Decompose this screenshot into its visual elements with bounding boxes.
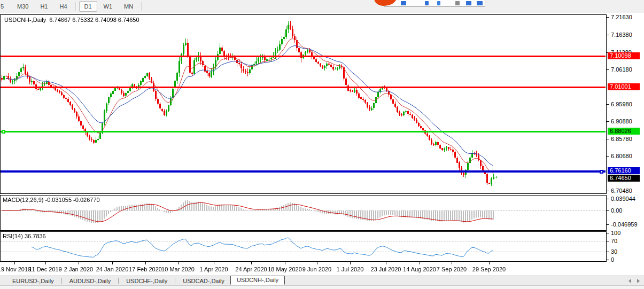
blue-app-icon[interactable]: [401, 1, 406, 5]
price-tick-mark: [607, 35, 609, 35]
rsi-indicator-title: RSI(14) 36.7836: [3, 233, 46, 239]
macd-tick-mark: [607, 224, 609, 225]
rsi-tick-label: 70: [611, 238, 617, 244]
blue-pin-icon[interactable]: [437, 1, 440, 5]
chart-area: USDCNH-,Daily 6.74667 6.75332 6.74098 6.…: [0, 13, 644, 276]
chart-ohlc-values: 6.74667 6.75332 6.74098 6.74650: [49, 17, 139, 23]
cropped-overlay-window: [374, 0, 486, 6]
timeframe-button-m15-cropped[interactable]: 5: [0, 1, 11, 12]
price-tag-6.76160: 6.76160: [608, 167, 640, 174]
macd-values: -0.031055 -0.026770: [45, 197, 99, 203]
price-tick-mark: [607, 191, 609, 191]
price-tick-mark: [607, 156, 609, 157]
price-tick-label: 7.16380: [611, 32, 632, 38]
tab-scroll-right-icon[interactable]: [637, 279, 640, 283]
status-bar: [0, 285, 644, 289]
blue-grid-icon[interactable]: [466, 1, 471, 5]
timeframe-button-mn[interactable]: MN: [119, 1, 138, 12]
rsi-tick-label: 0: [611, 256, 614, 263]
blue-doc-icon[interactable]: [425, 1, 429, 5]
rsi-tick-mark: [607, 252, 609, 252]
rsi-tick-mark: [607, 241, 609, 241]
price-tick-mark: [607, 139, 609, 139]
price-tick-label: 6.70480: [611, 188, 632, 194]
blue-chart-icon[interactable]: [477, 1, 483, 5]
timeframe-button-h4[interactable]: H4: [54, 1, 72, 12]
macd-indicator-title: MACD(12,26,9) -0.031055 -0.026770: [3, 197, 100, 203]
price-tag-7.01001: 7.01001: [608, 83, 640, 90]
tab-separator: [61, 278, 62, 284]
toolbar-separator: [75, 2, 76, 11]
rsi-label: RSI(14): [3, 233, 23, 239]
timeframe-button-w1[interactable]: W1: [98, 1, 118, 12]
price-axis[interactable]: 7.216307.163807.112807.061806.959806.908…: [607, 13, 644, 276]
price-tick-label: 7.06180: [611, 66, 632, 73]
price-tick-mark: [607, 17, 609, 18]
tab-scroll-left-icon[interactable]: [629, 279, 631, 283]
macd-tick-label: -0.046959: [611, 221, 638, 228]
rsi-tick-mark: [607, 260, 609, 260]
price-chart-canvas[interactable]: [0, 13, 607, 276]
rsi-tick-label: 30: [611, 248, 617, 255]
rsi-tick-mark: [607, 233, 609, 233]
macd-tick-label: 0.039044: [611, 196, 635, 202]
price-tick-label: 6.90880: [611, 118, 632, 124]
macd-tick-label: 0.00: [611, 207, 622, 214]
price-tag-7.10098: 7.10098: [608, 52, 640, 59]
tab-usdcnh-active[interactable]: USDCNH-,Daily: [230, 276, 285, 285]
chart-title: USDCNH-,Daily 6.74667 6.75332 6.74098 6.…: [4, 17, 139, 23]
price-tick-label: 6.80680: [611, 153, 632, 159]
price-tick-label: 7.21630: [611, 14, 632, 20]
rsi-tick-label: 100: [611, 230, 620, 236]
price-tag-6.88026: 6.88026: [608, 128, 640, 135]
macd-label: MACD(12,26,9): [3, 197, 43, 203]
price-tick-label: 6.95980: [611, 101, 632, 107]
price-tick-mark: [607, 121, 609, 122]
tab-separator: [175, 278, 175, 284]
price-tick-mark: [607, 104, 609, 105]
macd-tick-mark: [607, 199, 609, 199]
tab-separator: [118, 278, 119, 284]
tab-usdcad[interactable]: USDCAD-,Daily: [177, 277, 230, 285]
mt4-window: 5 M30 H1 H4 D1 W1 MN USDCNH-,Daily 6.746…: [0, 0, 644, 289]
timeframe-button-m30[interactable]: M30: [12, 1, 34, 12]
macd-tick-mark: [607, 210, 609, 211]
toolbar-separator: [141, 2, 142, 11]
gray-doc-icon[interactable]: [455, 1, 460, 5]
chart-tab-bar: EURUSD-,Daily AUDUSD-,Daily USDCHF-,Dail…: [0, 276, 644, 285]
timeframe-button-d1[interactable]: D1: [79, 1, 97, 12]
timeframe-button-h1[interactable]: H1: [35, 1, 53, 12]
price-tag-6.74650: 6.74650: [608, 175, 640, 182]
chart-symbol-period: USDCNH-,Daily: [4, 17, 46, 23]
date-tick-label: 29 Sep 2020: [467, 266, 511, 272]
price-tick-mark: [607, 69, 609, 70]
tab-usdchf[interactable]: USDCHF-,Daily: [120, 277, 173, 285]
price-tick-label: 6.85780: [611, 136, 632, 142]
tab-audusd[interactable]: AUDUSD-,Daily: [64, 277, 117, 285]
rsi-value: 36.7836: [25, 233, 46, 239]
timeframe-toolbar: 5 M30 H1 H4 D1 W1 MN: [0, 0, 644, 13]
tab-eurusd[interactable]: EURUSD-,Daily: [6, 277, 60, 285]
